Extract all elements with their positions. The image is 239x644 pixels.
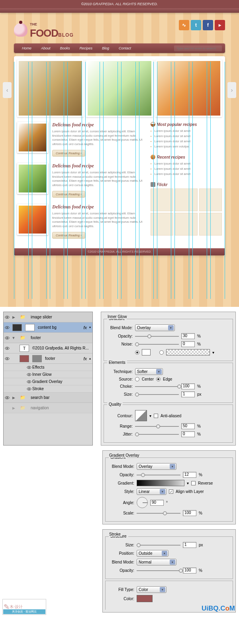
post-title[interactable]: Delicious food recipe [52, 122, 146, 128]
slider-prev-icon[interactable]: ‹ [3, 82, 12, 98]
nav-books[interactable]: Books [55, 46, 75, 50]
fx-row[interactable]: Inner Glow [4, 371, 92, 378]
technique-select[interactable]: Softer▾ [135, 368, 163, 375]
fx-badge[interactable]: fx [81, 356, 89, 361]
chevron-down-icon[interactable]: ▾ [149, 414, 151, 418]
visibility-icon[interactable] [4, 336, 11, 340]
color-picker[interactable] [137, 595, 153, 602]
flickr-thumb[interactable] [199, 188, 222, 211]
rss-icon[interactable]: ∿ [179, 20, 189, 30]
list-item[interactable]: Lorem ipsum dolor sit amet [151, 134, 222, 139]
gradient-radio[interactable] [159, 350, 164, 355]
visibility-icon[interactable] [26, 379, 32, 384]
scale-slider[interactable] [137, 510, 180, 516]
layer-name[interactable]: footer [29, 336, 92, 340]
read-more-button[interactable]: Continue Reading › [52, 150, 85, 157]
blend-mode-select[interactable]: Overlay▾ [137, 463, 176, 470]
gradient-picker[interactable] [137, 480, 184, 486]
fill-type-select[interactable]: Color▾ [137, 586, 167, 593]
layer-name[interactable]: ©2010 Grafpedia. All Rights R... [31, 346, 92, 350]
flickr-thumb[interactable] [175, 188, 198, 211]
opacity-input[interactable]: 30 [181, 333, 195, 339]
fx-row[interactable]: Effects [4, 364, 92, 371]
blend-mode-select[interactable]: Overlay▾ [135, 324, 175, 331]
post-thumb[interactable] [17, 204, 48, 235]
angle-dial[interactable] [137, 497, 148, 508]
fx-row[interactable]: Gradient Overlay [4, 378, 92, 385]
slide-2[interactable] [86, 59, 153, 117]
visibility-icon[interactable] [4, 325, 11, 330]
opacity-slider[interactable] [135, 334, 179, 339]
layer-row[interactable]: ▶ 📁 navigation [4, 403, 92, 413]
visibility-icon[interactable] [4, 356, 11, 361]
disclosure-icon[interactable]: ▶ [11, 315, 16, 319]
slide-3[interactable] [155, 59, 222, 117]
nav-about[interactable]: About [36, 46, 55, 50]
range-input[interactable]: 50 [181, 423, 195, 429]
contour-picker[interactable] [135, 410, 147, 421]
angle-input[interactable]: 90 [150, 500, 164, 506]
site-logo[interactable]: THE FOODBLOG [14, 20, 74, 39]
visibility-icon[interactable] [4, 315, 11, 320]
layer-row[interactable]: content bg fx▾ [4, 322, 92, 333]
flickr-thumb[interactable] [151, 213, 173, 236]
jitter-slider[interactable] [135, 432, 179, 437]
chevron-up-icon[interactable]: ▴ [89, 357, 92, 360]
choke-slider[interactable] [135, 384, 179, 389]
opacity-slider[interactable] [137, 568, 180, 573]
opacity-input[interactable]: 12 [183, 472, 196, 478]
align-checkbox[interactable] [169, 489, 173, 494]
layer-name[interactable]: navigation [29, 406, 92, 410]
list-item[interactable]: Lorem ipsum dolor sit amet [151, 166, 222, 171]
blend-mode-select[interactable]: Normal▾ [137, 559, 176, 565]
twitter-icon[interactable]: t [191, 20, 201, 30]
visibility-icon[interactable] [26, 365, 32, 370]
opacity-input[interactable]: 100 [183, 567, 196, 573]
noise-input[interactable]: 0 [181, 341, 195, 347]
nav-recipes[interactable]: Recipes [75, 46, 98, 50]
layer-name[interactable]: content bg [36, 325, 81, 330]
chevron-down-icon[interactable]: ▾ [187, 481, 189, 485]
layer-row[interactable]: T ©2010 Grafpedia. All Rights R... [4, 343, 92, 353]
source-center-radio[interactable] [135, 377, 139, 381]
flickr-thumb[interactable] [199, 213, 222, 236]
disclosure-icon[interactable]: ▼ [11, 336, 16, 340]
layer-name[interactable]: image slider [29, 315, 92, 319]
list-item[interactable]: Lorem ipsum dolor sit amet [151, 171, 222, 177]
gradient-swatch[interactable] [166, 349, 210, 355]
list-item[interactable]: Lorem ipsum dolor sit amet [151, 139, 222, 144]
visibility-icon[interactable] [26, 372, 32, 377]
color-radio[interactable] [135, 350, 139, 355]
read-more-button[interactable]: Continue Reading › [52, 232, 85, 239]
layer-name[interactable]: footer [43, 356, 81, 361]
slider-next-icon[interactable]: › [227, 82, 236, 98]
fx-row[interactable]: Stroke [4, 385, 92, 393]
visibility-icon[interactable] [26, 387, 32, 391]
size-slider[interactable] [135, 392, 179, 397]
youtube-icon[interactable]: ▸ [215, 20, 225, 30]
list-item[interactable]: Lorem ipsum dolor sit amet [151, 161, 222, 166]
post-thumb[interactable] [17, 122, 48, 153]
flickr-thumb[interactable] [175, 213, 198, 236]
nav-blog[interactable]: Blog [97, 46, 114, 50]
list-item[interactable]: Lorem ipsum dolor sit amet [151, 128, 222, 134]
slide-1[interactable] [17, 59, 84, 117]
disclosure-icon[interactable]: ▶ [11, 406, 16, 410]
position-select[interactable]: Outside▾ [137, 550, 168, 557]
reverse-checkbox[interactable] [191, 481, 196, 485]
choke-input[interactable]: 100 [181, 383, 195, 389]
layer-row[interactable]: ▼ 📁 footer [4, 333, 92, 343]
opacity-slider[interactable] [137, 472, 180, 478]
chevron-down-icon[interactable]: ▾ [89, 326, 92, 329]
layer-name[interactable]: search bar [29, 395, 92, 400]
layer-row[interactable]: ▶ 📁 search bar [4, 393, 92, 403]
color-swatch[interactable] [142, 349, 151, 355]
noise-slider[interactable] [135, 342, 179, 347]
style-select[interactable]: Linear▾ [137, 488, 167, 495]
visibility-icon[interactable] [4, 395, 11, 400]
post-thumb[interactable] [17, 163, 48, 194]
chevron-down-icon[interactable]: ▾ [212, 350, 214, 355]
scale-input[interactable]: 100 [183, 510, 196, 516]
source-edge-radio[interactable] [156, 377, 161, 381]
range-slider[interactable] [135, 424, 179, 429]
